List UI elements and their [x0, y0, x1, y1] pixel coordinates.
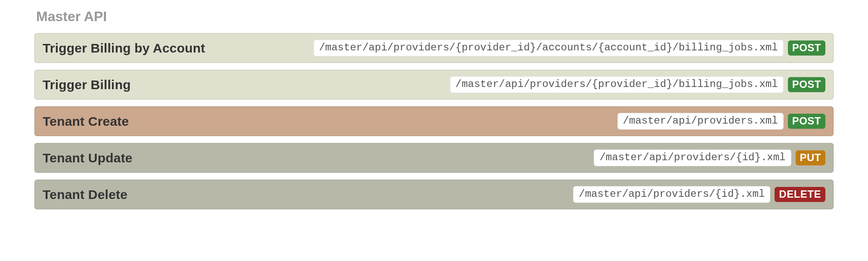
- endpoint-path: /master/api/providers/{provider_id}/acco…: [313, 40, 784, 56]
- section-title: Master API: [36, 9, 834, 25]
- endpoint-row[interactable]: Tenant Create /master/api/providers.xml …: [34, 106, 834, 136]
- endpoint-name: Trigger Billing: [43, 78, 131, 92]
- endpoint-name: Tenant Update: [43, 151, 133, 165]
- endpoint-path: /master/api/providers/{id}.xml: [573, 186, 770, 203]
- endpoint-row[interactable]: Tenant Delete /master/api/providers/{id}…: [34, 180, 834, 209]
- api-doc-page: Master API Trigger Billing by Account /m…: [0, 0, 868, 233]
- endpoint-name: Tenant Delete: [43, 187, 127, 202]
- endpoint-method: POST: [788, 40, 825, 56]
- endpoint-method: PUT: [796, 150, 826, 166]
- endpoint-path: /master/api/providers/{id}.xml: [594, 149, 791, 166]
- endpoint-right: /master/api/providers/{id}.xml PUT: [594, 149, 825, 166]
- endpoint-right: /master/api/providers/{provider_id}/acco…: [313, 40, 825, 56]
- endpoint-right: /master/api/providers/{provider_id}/bill…: [450, 76, 825, 93]
- endpoint-row[interactable]: Trigger Billing by Account /master/api/p…: [34, 33, 834, 63]
- endpoint-right: /master/api/providers/{id}.xml DELETE: [573, 186, 825, 203]
- endpoint-row[interactable]: Trigger Billing /master/api/providers/{p…: [34, 70, 834, 99]
- endpoint-method: POST: [788, 114, 825, 129]
- endpoint-right: /master/api/providers.xml POST: [617, 113, 825, 130]
- endpoint-name: Trigger Billing by Account: [43, 41, 205, 56]
- endpoint-path: /master/api/providers.xml: [617, 113, 784, 130]
- endpoint-method: POST: [788, 77, 825, 93]
- endpoint-name: Tenant Create: [43, 114, 129, 129]
- endpoint-row[interactable]: Tenant Update /master/api/providers/{id}…: [34, 143, 834, 173]
- endpoint-method: DELETE: [775, 187, 825, 202]
- endpoint-path: /master/api/providers/{provider_id}/bill…: [450, 76, 784, 93]
